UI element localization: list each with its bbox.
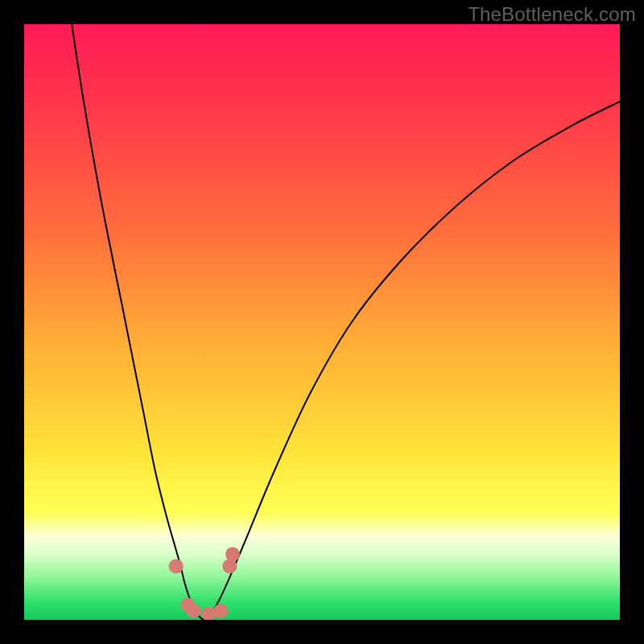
left-branch-curve: [72, 24, 203, 620]
data-marker: [213, 604, 228, 618]
data-marker: [187, 604, 201, 618]
data-marker: [225, 547, 240, 562]
data-marker: [169, 559, 184, 573]
right-branch-curve: [203, 101, 620, 620]
chart-frame: TheBottleneck.com: [0, 0, 644, 644]
marker-group: [169, 547, 240, 620]
watermark-text: TheBottleneck.com: [468, 3, 636, 26]
plot-area: [24, 24, 620, 620]
curve-layer: [24, 24, 620, 620]
